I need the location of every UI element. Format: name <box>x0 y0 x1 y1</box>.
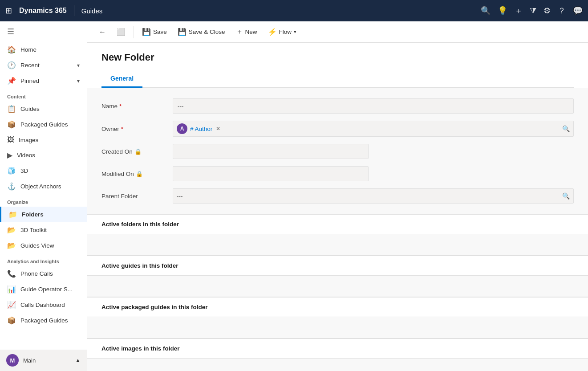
3d-icon: 🧊 <box>7 167 16 175</box>
new-label: New <box>245 29 257 35</box>
content-section-label: Content <box>0 89 87 101</box>
sidebar-item-3d[interactable]: 🧊 3D <box>0 163 87 179</box>
search-icon[interactable]: 🔍 <box>481 6 491 16</box>
user-avatar: M <box>6 354 19 367</box>
save-close-label: Save & Close <box>189 29 225 35</box>
sidebar-bottom-main[interactable]: M Main ▲ <box>0 350 87 371</box>
home-icon: 🏠 <box>7 45 16 54</box>
flow-label: Flow <box>279 29 292 35</box>
active-guides-section-content <box>87 276 588 297</box>
chevron-down-icon: ▾ <box>77 78 80 84</box>
parent-folder-field[interactable]: --- 🔍 <box>173 188 574 204</box>
tab-general[interactable]: General <box>101 70 142 88</box>
parent-folder-search-icon[interactable]: 🔍 <box>562 192 570 200</box>
sidebar-folders-label: Folders <box>22 211 44 218</box>
created-on-label: Created On 🔒 <box>101 148 173 155</box>
guides-view-icon: 📂 <box>7 241 16 250</box>
sidebar-operator-label: Guide Operator S... <box>20 286 73 293</box>
owner-label: Owner * <box>101 126 173 132</box>
chevron-down-icon: ▾ <box>77 62 80 69</box>
analytics-section-label: Analytics and Insights <box>0 253 87 266</box>
sidebar-packaged-label: Packaged Guides <box>20 121 68 128</box>
sidebar-packaged-analytics-label: Packaged Guides <box>20 317 68 324</box>
sidebar-item-videos[interactable]: ▶ Videos <box>0 147 87 163</box>
sidebar-item-object-anchors[interactable]: ⚓ Object Anchors <box>0 179 87 194</box>
toolbar-divider <box>134 26 134 38</box>
settings-icon[interactable]: ⚙ <box>543 6 551 16</box>
owner-required: * <box>121 126 123 132</box>
parent-folder-label: Parent Folder <box>101 193 173 200</box>
nav-divider <box>74 5 74 16</box>
back-button[interactable]: ← <box>94 25 110 39</box>
save-close-button[interactable]: 💾 Save & Close <box>173 25 230 39</box>
sidebar-item-pinned[interactable]: 📌 Pinned ▾ <box>0 73 87 89</box>
form-title-bar: New Folder General <box>87 43 588 88</box>
sidebar-item-folders[interactable]: 📁 Folders <box>0 207 87 222</box>
recent-icon: 🕐 <box>7 61 16 69</box>
modified-on-field-row: Modified On 🔒 <box>101 166 574 181</box>
sidebar-images-label: Images <box>19 137 38 143</box>
content-area: ← ⬜ 💾 Save 💾 Save & Close ＋ New ⚡ Flow ▾ <box>87 21 588 371</box>
grid-icon[interactable]: ⊞ <box>5 6 12 16</box>
sidebar-item-calls-dashboard[interactable]: 📈 Calls Dashboard <box>0 297 87 313</box>
lightbulb-icon[interactable]: 💡 <box>498 6 507 16</box>
owner-remove-button[interactable]: ✕ <box>216 126 220 132</box>
sidebar-dashboard-label: Calls Dashboard <box>20 302 65 308</box>
lock-icon: 🔒 <box>136 171 143 177</box>
name-required: * <box>119 103 122 110</box>
sidebar-item-phone-calls[interactable]: 📞 Phone Calls <box>0 266 87 281</box>
sidebar-item-packaged-guides-analytics[interactable]: 📦 Packaged Guides <box>0 313 87 328</box>
sidebar-toolkit-label: 3D Toolkit <box>20 227 47 233</box>
main-layout: ☰ 🏠 Home 🕐 Recent ▾ 📌 Pinned ▾ Content 📋… <box>0 21 588 371</box>
active-packaged-guides-section-header: Active packaged guides in this folder <box>87 297 588 317</box>
hamburger-menu[interactable]: ☰ <box>0 21 87 42</box>
active-images-section-content <box>87 359 588 371</box>
save-close-icon: 💾 <box>178 28 187 36</box>
sidebar-videos-label: Videos <box>17 152 35 159</box>
sidebar-phone-label: Phone Calls <box>20 270 53 277</box>
sidebar-item-guides[interactable]: 📋 Guides <box>0 101 87 117</box>
3d-toolkit-icon: 📂 <box>7 226 16 234</box>
sidebar-item-packaged-guides[interactable]: 📦 Packaged Guides <box>0 117 87 132</box>
sidebar-guides-label: Guides <box>20 106 40 112</box>
sidebar-item-guides-view[interactable]: 📂 Guides View <box>0 238 87 253</box>
back-icon: ← <box>99 28 106 36</box>
packaged-analytics-icon: 📦 <box>7 316 16 325</box>
anchor-icon: ⚓ <box>7 182 16 191</box>
sidebar: ☰ 🏠 Home 🕐 Recent ▾ 📌 Pinned ▾ Content 📋… <box>0 21 87 371</box>
sidebar-item-guide-operator[interactable]: 📊 Guide Operator S... <box>0 281 87 297</box>
name-label: Name * <box>101 103 173 110</box>
packaged-guides-icon: 📦 <box>7 120 16 129</box>
help-icon[interactable]: ？ <box>558 5 566 16</box>
pin-icon: 📌 <box>7 77 16 85</box>
form-fields: Name * Owner * A # Author <box>87 88 588 214</box>
name-input[interactable] <box>173 98 574 114</box>
plus-icon[interactable]: ＋ <box>515 5 523 16</box>
sidebar-item-3d-toolkit[interactable]: 📂 3D Toolkit <box>0 222 87 238</box>
sidebar-item-recent[interactable]: 🕐 Recent ▾ <box>0 57 87 73</box>
flow-button[interactable]: ⚡ Flow ▾ <box>264 25 301 39</box>
images-icon: 🖼 <box>7 136 14 144</box>
module-title: Guides <box>81 7 103 15</box>
filter-icon[interactable]: ⧩ <box>530 6 536 16</box>
popout-button[interactable]: ⬜ <box>112 25 130 39</box>
owner-avatar: A <box>177 123 187 134</box>
chat-icon[interactable]: 💬 <box>573 6 583 16</box>
new-icon: ＋ <box>236 27 243 37</box>
owner-search-icon[interactable]: 🔍 <box>562 125 570 132</box>
new-button[interactable]: ＋ New <box>231 24 262 39</box>
owner-field-row: Owner * A # Author ✕ 🔍 <box>101 121 574 137</box>
parent-folder-field-row: Parent Folder --- 🔍 <box>101 188 574 204</box>
sidebar-pinned-label: Pinned <box>20 77 39 84</box>
sidebar-item-home[interactable]: 🏠 Home <box>0 42 87 57</box>
form-container: New Folder General Name * <box>87 43 588 371</box>
sidebar-item-images[interactable]: 🖼 Images <box>0 132 87 147</box>
sidebar-recent-label: Recent <box>20 62 40 69</box>
flow-icon: ⚡ <box>268 28 277 36</box>
organize-section-label: Organize <box>0 194 87 207</box>
form-tabs: General <box>101 70 574 88</box>
active-folders-section-content <box>87 234 588 256</box>
owner-link[interactable]: # Author <box>190 126 212 132</box>
lock-icon: 🔒 <box>134 148 142 155</box>
save-button[interactable]: 💾 Save <box>138 25 171 39</box>
